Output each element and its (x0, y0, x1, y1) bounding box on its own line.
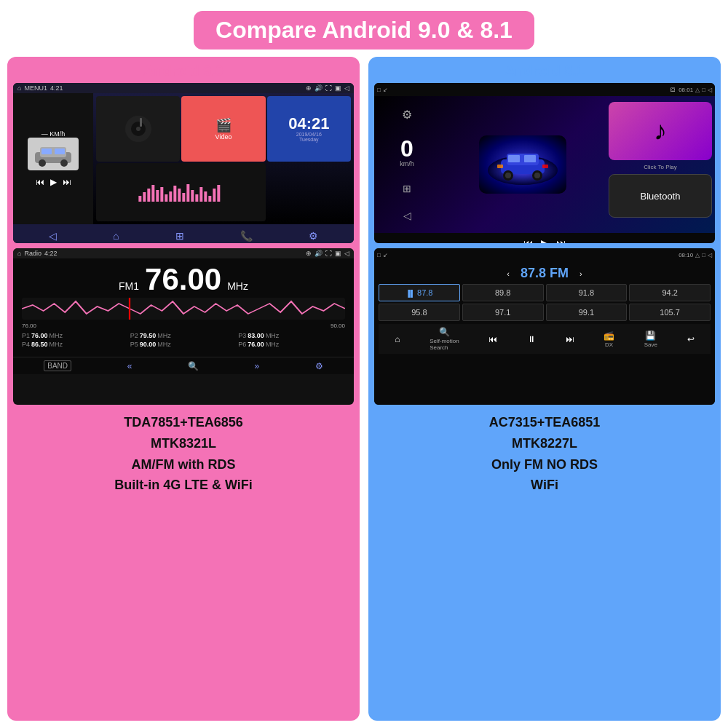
home-icon-radio: ⌂ (17, 250, 21, 257)
title-box: Compare Android 9.0 & 8.1 (194, 11, 534, 50)
home-btn-8[interactable]: ⌂ (395, 334, 400, 344)
nav-icon-8[interactable]: ◁ (403, 210, 411, 221)
scale-left-9: 76.00 (22, 323, 36, 329)
settings-icon-8[interactable]: ⚙ (402, 108, 412, 122)
freq-cell-5[interactable]: 95.8 (379, 304, 460, 321)
android9-radio-screen: ⌂ Radio 4:22 ⊕ 🔊 ⛶ ▣ ◁ FM1 76.00 (13, 248, 354, 405)
svg-point-2 (39, 159, 46, 167)
radio-time: 4:22 (44, 250, 58, 257)
preset-5: P5 90.00 MHz (130, 341, 237, 348)
next-8[interactable]: ⏭ (556, 237, 566, 243)
settings-btn-radio[interactable]: ⚙ (315, 361, 323, 371)
radio-8-nav: ‹ 87.8 FM › (379, 266, 711, 281)
freq-cell-1[interactable]: ▐▌ 87.8 (379, 284, 460, 301)
mhz-label-9: MHz (227, 280, 248, 292)
scale-right-9: 90.00 (331, 323, 345, 329)
main-freq-8: 87.8 FM (521, 266, 569, 281)
status-bar-8-top: □ ↙ ⛋ 08:01 △ □ ◁ (374, 83, 715, 96)
svg-rect-9 (140, 118, 142, 127)
prev-freq-8[interactable]: ‹ (507, 269, 510, 278)
svg-rect-11 (143, 192, 146, 202)
band-btn[interactable]: BAND (44, 360, 71, 371)
preset-2: P2 79.50 MHz (130, 332, 237, 339)
next-btn-8-radio[interactable]: ⏭ (566, 334, 574, 344)
svg-rect-16 (165, 194, 167, 202)
freq-cell-2[interactable]: 89.8 (462, 284, 544, 301)
clock-tile-9: 04:21 2019/04/16Tuesday (267, 96, 351, 162)
music-viz-tile (96, 163, 266, 221)
nav-home-9[interactable]: ⌂ (113, 230, 119, 242)
back-btn-8-radio[interactable]: ↩ (687, 334, 695, 344)
save-btn-8[interactable]: 💾 Save (644, 331, 657, 348)
svg-rect-15 (160, 187, 163, 202)
freq-cell-4[interactable]: 94.2 (629, 284, 711, 301)
pause-btn-8[interactable]: ⏸ (527, 334, 536, 344)
bottom-nav-9: ◁ ⌂ ⊞ 📞 ⚙ (13, 224, 354, 243)
nav-phone-9[interactable]: 📞 (240, 230, 253, 242)
svg-rect-25 (204, 191, 207, 202)
music-tile-9[interactable] (96, 96, 180, 162)
preset-3: P3 83.00 MHz (238, 332, 345, 339)
up-icon-8r: △ (695, 252, 700, 258)
freq-grid-8: ▐▌ 87.8 89.8 91.8 94.2 95.8 97.1 99.1 10… (379, 284, 711, 321)
android8-main-screen: □ ↙ ⛋ 08:01 △ □ ◁ ⚙ 0 (374, 83, 715, 243)
next-icon-9[interactable]: ⏭ (63, 177, 71, 187)
bluetooth-tile-8[interactable]: Bluetooth (609, 174, 712, 218)
nav-back-9[interactable]: ◁ (49, 230, 57, 242)
prev-btn-8[interactable]: ⏮ (488, 334, 497, 344)
waveform-9 (22, 298, 345, 320)
play-icon-9[interactable]: ▶ (50, 177, 57, 187)
svg-rect-12 (147, 189, 150, 202)
window-icon-9: ▣ (335, 84, 341, 92)
spec-line-2-left: MTK8321L (13, 433, 354, 454)
svg-rect-20 (182, 193, 185, 202)
prev-8[interactable]: ⏮ (523, 237, 534, 243)
radio-back: ◁ (344, 250, 349, 257)
main-container: Compare Android 9.0 & 8.1 Android 9.0 ⌂ … (0, 0, 728, 728)
media-controls-9: ⏮ ▶ ⏭ (36, 177, 71, 187)
dx-icon-8: 📻 (604, 331, 614, 341)
next-btn-radio[interactable]: » (254, 361, 259, 371)
radio-main-9: FM1 76.00 MHz 76.00 90.00 (13, 258, 354, 357)
grid-icon-8[interactable]: ⊞ (403, 183, 411, 194)
preset-4: P4 86.50 MHz (22, 341, 129, 348)
right-specs: AC7315+TEA6851 MTK8227L Only FM NO RDS W… (374, 412, 715, 715)
play-8[interactable]: ▶ (541, 237, 549, 243)
svg-point-8 (136, 127, 141, 131)
app-grid-9: — KM/h (13, 93, 354, 224)
back-icon-8-radio: ↩ (687, 334, 695, 344)
sq-icon-8r: □ (702, 252, 705, 258)
radio-win: ▣ (335, 250, 341, 257)
music-tile-8[interactable]: ♪ (609, 102, 712, 160)
right-col-label: Android 8.1 (374, 63, 715, 79)
freq-cell-3[interactable]: 91.8 (546, 284, 628, 301)
next-freq-8[interactable]: › (579, 269, 582, 278)
car-visual-8 (479, 135, 566, 194)
freq-number-9: 76.00 (145, 264, 221, 295)
svg-rect-39 (497, 165, 503, 168)
nav-settings-9[interactable]: ⚙ (309, 230, 318, 242)
time-8-top: 08:01 (678, 87, 693, 93)
win-icon-8: □ (377, 87, 381, 93)
right-column: Android 8.1 □ ↙ ⛋ 08:01 △ □ ◁ (368, 57, 721, 721)
preset-grid-9: P1 76.00 MHz P2 79.50 MHz P3 (22, 332, 345, 348)
back-icon-9: ◁ (344, 84, 349, 92)
video-tile-9[interactable]: 🎬 Video (181, 96, 265, 162)
freq-cell-7[interactable]: 99.1 (546, 304, 628, 321)
preset-1: P1 76.00 MHz (22, 332, 129, 339)
search-btn-radio[interactable]: 🔍 (188, 361, 199, 371)
freq-cell-6[interactable]: 97.1 (462, 304, 544, 321)
prev-btn-radio[interactable]: « (127, 361, 132, 371)
speed-num-8: 0 (400, 137, 414, 160)
nav-apps-9[interactable]: ⊞ (175, 230, 184, 242)
svg-rect-4 (41, 149, 52, 154)
svg-point-34 (505, 173, 511, 178)
dx-btn-8[interactable]: 📻 DX (604, 331, 614, 348)
freq-cell-8[interactable]: 105.7 (629, 304, 711, 321)
speed-display-8: 0 km/h (400, 137, 414, 167)
page-title: Compare Android 9.0 & 8.1 (215, 17, 513, 43)
svg-rect-40 (542, 165, 548, 168)
svg-point-3 (60, 159, 68, 167)
prev-icon-9[interactable]: ⏮ (36, 177, 44, 187)
selfmotion-btn-8[interactable]: 🔍 Self-motionSearch (430, 327, 459, 351)
